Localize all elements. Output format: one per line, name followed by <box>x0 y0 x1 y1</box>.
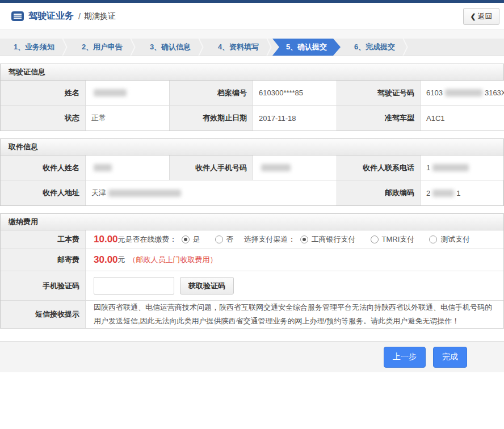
step-4-fill-data[interactable]: 4、资料填写 <box>204 39 272 56</box>
license-service-icon <box>11 11 24 21</box>
postal-code-value: 21 <box>421 180 503 205</box>
redacted-postal-code <box>432 190 454 197</box>
page-header: 驾驶证业务 / 期满换证 ❮返回 <box>0 3 504 30</box>
payment-section-title: 缴纳费用 <box>1 214 503 230</box>
redacted-recipient-phone <box>432 164 469 171</box>
license-number-value: 61033163X <box>421 81 504 106</box>
breadcrumb-separator: / <box>78 12 81 21</box>
chevron-separator-icon <box>402 39 408 56</box>
get-code-button[interactable]: 获取验证码 <box>180 277 234 295</box>
redacted-recipient-mobile <box>261 164 291 171</box>
breadcrumb-current: 期满换证 <box>84 11 116 22</box>
online-pay-label: 是否在线缴费： <box>125 234 177 245</box>
radio-unchecked-icon[interactable] <box>215 235 223 243</box>
license-info-section: 驾驶证信息 姓名 档案编号 610300****85 驾驶证号码 6103316… <box>0 64 504 131</box>
recipient-name-value <box>86 155 170 180</box>
work-fee-row: 工本费 10.00元 是否在线缴费： 是 否 选择支付渠道： 工商银行支付 TM… <box>1 230 503 249</box>
work-fee-label: 工本费 <box>1 230 86 249</box>
chevron-separator-icon <box>266 39 271 56</box>
payment-section: 缴纳费用 工本费 10.00元 是否在线缴费： 是 否 选择支付渠道： 工商银行… <box>0 213 504 329</box>
sms-code-content: 获取验证码 <box>86 271 503 300</box>
step-bar-filler <box>409 39 504 56</box>
vehicle-class-label: 准驾车型 <box>337 106 421 131</box>
online-pay-yes-option[interactable]: 是 <box>182 234 200 245</box>
file-number-label: 档案编号 <box>170 81 253 106</box>
expiry-date-value: 2017-11-18 <box>253 106 337 131</box>
channel-icbc-option[interactable]: 工商银行支付 <box>300 234 356 245</box>
postage-fee-content: 30.00元 （邮政人员上门收取费用） <box>86 249 503 271</box>
sms-notice-label: 短信接收提示 <box>1 301 86 328</box>
redacted-recipient-address <box>108 190 181 197</box>
work-fee-content: 10.00元 是否在线缴费： 是 否 选择支付渠道： 工商银行支付 TMRI支付… <box>86 230 503 249</box>
postage-note: （邮政人员上门收取费用） <box>129 255 217 265</box>
chevron-separator-icon <box>198 39 203 56</box>
redacted-recipient-name <box>94 164 112 171</box>
work-fee-price: 10.00元 <box>94 234 125 245</box>
postage-fee-row: 邮寄费 30.00元 （邮政人员上门收取费用） <box>1 249 503 271</box>
recipient-address-value: 天津 <box>86 180 337 205</box>
radio-checked-icon[interactable] <box>182 235 190 243</box>
step-5-confirm-submit-active[interactable]: 5、确认提交 <box>272 39 341 56</box>
channel-tmri-option[interactable]: TMRI支付 <box>371 234 415 245</box>
page-title: 驾驶证业务 <box>28 10 74 22</box>
sms-notice-text: 因陕西省联通、电信运营商技术问题，陕西省互联网交通安全综合服务管理平台无法向持陕… <box>86 301 503 328</box>
radio-unchecked-icon[interactable] <box>371 235 379 243</box>
recipient-phone-label: 收件人联系电话 <box>337 155 421 180</box>
recipient-mobile-value <box>253 155 337 180</box>
recipient-mobile-label: 收件人手机号码 <box>170 155 253 180</box>
channel-test-option[interactable]: 测试支付 <box>429 234 470 245</box>
redacted-license-number <box>445 89 482 96</box>
postal-code-label: 邮政编码 <box>337 180 421 205</box>
postage-fee-label: 邮寄费 <box>1 249 86 271</box>
sms-code-input[interactable] <box>94 277 174 295</box>
pay-channel-label: 选择支付渠道： <box>244 234 296 245</box>
step-progress-bar: 1、业务须知 2、用户申告 3、确认信息 4、资料填写 5、确认提交 6、完成提… <box>0 39 504 56</box>
recipient-phone-value: 1 <box>421 155 503 180</box>
license-info-table: 姓名 档案编号 610300****85 驾驶证号码 61033163X 状态 … <box>1 81 503 131</box>
license-number-label: 驾驶证号码 <box>337 81 421 106</box>
back-button[interactable]: ❮返回 <box>463 8 499 25</box>
footer-action-bar: 上一步 完成 <box>0 341 504 372</box>
step-6-complete-submit[interactable]: 6、完成提交 <box>341 39 409 56</box>
online-pay-no-option[interactable]: 否 <box>215 234 234 245</box>
license-info-section-title: 驾驶证信息 <box>1 64 503 81</box>
chevron-separator-icon <box>61 39 67 56</box>
pay-channel-choice: 选择支付渠道： 工商银行支付 TMRI支付 测试支付 <box>244 234 481 245</box>
sms-code-row: 手机验证码 获取验证码 <box>1 271 503 301</box>
file-number-value: 610300****85 <box>253 81 337 106</box>
recipient-name-label: 收件人姓名 <box>1 155 86 180</box>
radio-checked-icon[interactable] <box>300 235 308 243</box>
step-3-confirm-info[interactable]: 3、确认信息 <box>136 39 204 56</box>
sms-notice-row: 短信接收提示 因陕西省联通、电信运营商技术问题，陕西省互联网交通安全综合服务管理… <box>1 301 503 328</box>
pickup-info-table: 收件人姓名 收件人手机号码 收件人联系电话 1 收件人地址 天津 邮政编码 21 <box>1 155 503 205</box>
radio-unchecked-icon[interactable] <box>429 235 437 243</box>
online-pay-choice: 是否在线缴费： 是 否 <box>125 234 244 245</box>
header-spacer <box>0 30 504 39</box>
chevron-left-icon: ❮ <box>470 12 476 20</box>
previous-step-button[interactable]: 上一步 <box>384 347 426 368</box>
status-label: 状态 <box>1 106 86 131</box>
step-2-user-declaration[interactable]: 2、用户申告 <box>68 39 136 56</box>
sms-code-label: 手机验证码 <box>1 271 86 300</box>
pickup-info-section-title: 取件信息 <box>1 139 503 155</box>
pickup-info-section: 取件信息 收件人姓名 收件人手机号码 收件人联系电话 1 收件人地址 天津 邮政… <box>0 138 504 206</box>
vehicle-class-value: A1C1 <box>421 106 504 131</box>
expiry-date-label: 有效期止日期 <box>170 106 253 131</box>
chevron-separator-icon <box>129 39 135 56</box>
name-label: 姓名 <box>1 81 86 106</box>
step-1-business-notice[interactable]: 1、业务须知 <box>0 39 68 56</box>
status-value: 正常 <box>86 106 170 131</box>
redacted-name <box>94 89 127 96</box>
finish-button[interactable]: 完成 <box>433 347 467 368</box>
recipient-address-label: 收件人地址 <box>1 180 86 205</box>
name-value <box>86 81 170 106</box>
